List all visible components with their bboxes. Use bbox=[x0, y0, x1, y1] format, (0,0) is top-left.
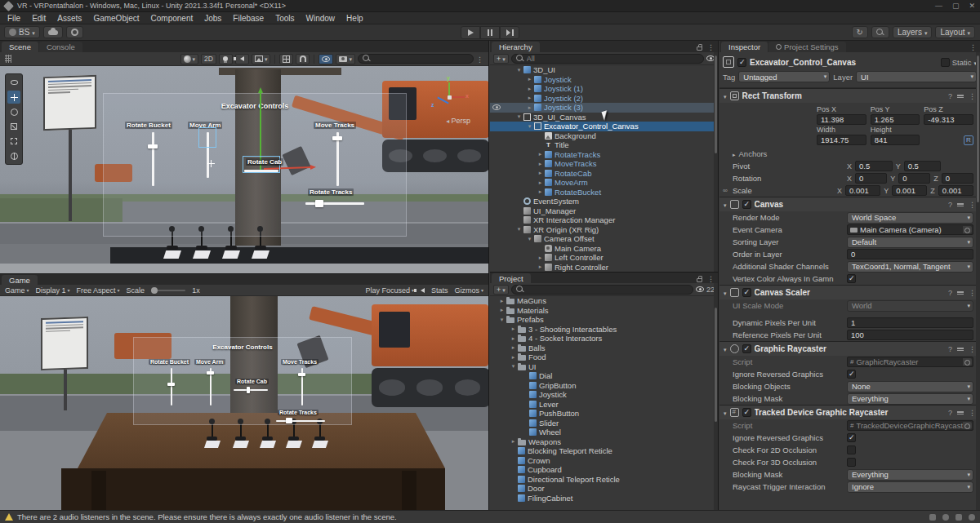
panel-menu-icon[interactable] bbox=[707, 42, 715, 51]
hierarchy-item[interactable]: ▸Joystick bbox=[490, 75, 718, 85]
scale-slider[interactable] bbox=[151, 290, 185, 291]
orientation-gizmo[interactable]: y x z bbox=[431, 79, 467, 115]
expand-arrow-icon[interactable]: ▸ bbox=[510, 438, 517, 445]
preset-icon[interactable] bbox=[957, 290, 964, 296]
perspective-label[interactable]: Persp bbox=[446, 117, 470, 125]
game-viewport[interactable]: Excavator Controls Rotate Bucket Move Ar… bbox=[0, 296, 488, 510]
project-item[interactable]: ▸4 - Socket Interactors bbox=[490, 334, 718, 343]
expand-arrow-icon[interactable]: ▸ bbox=[537, 170, 544, 176]
cloud-button[interactable] bbox=[43, 26, 63, 38]
hidden-packages-icon[interactable] bbox=[696, 286, 704, 292]
render-mode-dropdown[interactable]: World Space bbox=[847, 212, 973, 224]
play-focused-dropdown[interactable]: Play Focused bbox=[365, 286, 414, 295]
effects-dropdown[interactable] bbox=[252, 54, 271, 64]
expand-arrow-icon[interactable]: ▾ bbox=[515, 113, 523, 120]
hierarchy-item[interactable]: EventSystem bbox=[490, 197, 718, 206]
scale-y-field[interactable]: 0.001 bbox=[892, 185, 927, 196]
view-tool[interactable] bbox=[7, 76, 20, 89]
foldout-icon[interactable] bbox=[724, 91, 727, 100]
help-icon[interactable] bbox=[948, 344, 952, 353]
hierarchy-item[interactable]: Main Camera bbox=[490, 244, 718, 254]
expand-arrow-icon[interactable]: ▸ bbox=[510, 335, 517, 342]
tab-scene[interactable]: Scene bbox=[2, 42, 38, 52]
tab-inspector[interactable]: Inspector bbox=[721, 42, 768, 52]
raycast-trigger-dropdown[interactable]: Ignore bbox=[847, 481, 973, 493]
dynamic-ppu-field[interactable]: 1 bbox=[847, 317, 973, 328]
scale-z-field[interactable]: 0.001 bbox=[938, 185, 973, 196]
rect-tool[interactable] bbox=[7, 135, 20, 148]
project-item[interactable]: ▸MaGuns bbox=[490, 296, 718, 306]
mute-audio-icon[interactable] bbox=[421, 288, 425, 293]
scrollbar[interactable] bbox=[976, 52, 980, 510]
context-menu-icon[interactable] bbox=[969, 200, 976, 209]
foldout-icon[interactable] bbox=[724, 408, 727, 417]
undo-history-button[interactable] bbox=[852, 26, 868, 38]
pause-button[interactable] bbox=[480, 26, 500, 39]
project-item[interactable]: Directional Teleport Reticle bbox=[490, 475, 718, 485]
expand-arrow-icon[interactable]: ▸ bbox=[510, 354, 517, 361]
expand-arrow-icon[interactable]: ▸ bbox=[537, 255, 544, 261]
add-button[interactable] bbox=[493, 54, 509, 64]
tab-project[interactable]: Project bbox=[492, 273, 531, 283]
blocking-objects-dropdown[interactable]: None bbox=[847, 381, 973, 392]
enabled-checkbox[interactable] bbox=[742, 200, 751, 209]
close-button[interactable] bbox=[969, 2, 975, 10]
scene-viewport[interactable]: Excavator Controls Rotate Bucket Move Ar… bbox=[0, 66, 488, 273]
context-menu-icon[interactable] bbox=[969, 408, 976, 417]
expand-arrow-icon[interactable]: ▾ bbox=[526, 123, 533, 130]
expand-arrow-icon[interactable]: ▸ bbox=[537, 188, 544, 195]
move-tool[interactable] bbox=[7, 91, 20, 104]
hierarchy-item[interactable]: Title bbox=[490, 140, 718, 150]
audio-toggle[interactable] bbox=[235, 54, 249, 64]
expand-arrow-icon[interactable]: ▸ bbox=[498, 298, 506, 304]
hierarchy-item[interactable]: XR Interaction Manager bbox=[490, 215, 718, 225]
expand-arrow-icon[interactable]: ▸ bbox=[498, 307, 506, 313]
expand-arrow-icon[interactable]: ▾ bbox=[515, 67, 523, 73]
help-icon[interactable] bbox=[948, 288, 952, 297]
project-item[interactable]: ▾UI bbox=[490, 362, 718, 372]
expand-arrow-icon[interactable]: ▸ bbox=[510, 326, 517, 332]
display-dropdown[interactable]: Display 1 bbox=[36, 286, 70, 295]
slider-knob[interactable] bbox=[148, 144, 158, 148]
services-button[interactable] bbox=[66, 26, 83, 38]
lighting-toggle[interactable] bbox=[219, 54, 233, 64]
check-2d-checkbox[interactable] bbox=[847, 445, 856, 454]
lock-icon[interactable] bbox=[697, 47, 702, 51]
grid-snap-button[interactable] bbox=[279, 54, 293, 64]
project-search[interactable] bbox=[511, 285, 693, 295]
slider-knob[interactable] bbox=[332, 136, 342, 140]
hierarchy-item[interactable]: ▸Joystick (1) bbox=[490, 84, 718, 94]
ignore-reversed-checkbox[interactable] bbox=[847, 433, 856, 442]
reference-ppu-field[interactable]: 100 bbox=[847, 330, 973, 340]
scrollbar[interactable] bbox=[714, 52, 718, 272]
slider-knob[interactable] bbox=[167, 383, 175, 386]
project-item[interactable]: ▸Materials bbox=[490, 306, 718, 316]
expand-arrow-icon[interactable]: ▸ bbox=[537, 151, 544, 157]
hierarchy-item[interactable]: ▸RotateTracks bbox=[490, 150, 718, 160]
hierarchy-item-selected[interactable]: ▾Excavator_Control_Canvas bbox=[490, 122, 718, 131]
help-icon[interactable] bbox=[948, 200, 952, 209]
slider-knob[interactable] bbox=[207, 371, 214, 375]
hierarchy-item[interactable]: ▾3D_UI bbox=[490, 65, 718, 75]
expand-arrow-icon[interactable]: ▸ bbox=[537, 264, 544, 270]
search-button[interactable] bbox=[871, 26, 889, 38]
expand-arrow-icon[interactable]: ▾ bbox=[498, 317, 506, 323]
project-item[interactable]: FilingCabinet bbox=[490, 494, 718, 503]
expand-arrow-icon[interactable]: ▸ bbox=[510, 344, 517, 351]
layer-dropdown[interactable]: UI bbox=[856, 71, 977, 82]
status-icon[interactable] bbox=[956, 514, 962, 521]
hierarchy-item[interactable]: ▾XR Origin (XR Rig) bbox=[490, 225, 718, 235]
static-dropdown[interactable]: Static bbox=[941, 58, 977, 67]
expand-arrow-icon[interactable]: ▸ bbox=[526, 95, 533, 101]
tab-console[interactable]: Console bbox=[39, 42, 82, 52]
component-header[interactable]: Rect Transform bbox=[719, 89, 980, 103]
hierarchy-item[interactable]: ▾Camera Offset bbox=[490, 234, 718, 244]
tab-project-settings[interactable]: Project Settings bbox=[768, 42, 846, 52]
scene-menu-icon[interactable] bbox=[476, 55, 483, 64]
2d-toggle[interactable]: 2D bbox=[201, 54, 216, 64]
pos-x-field[interactable]: 11.398 bbox=[817, 114, 866, 125]
rotate-tool[interactable] bbox=[7, 105, 20, 118]
menu-filebase[interactable]: Filebase bbox=[227, 12, 270, 24]
scene-search-input[interactable] bbox=[373, 55, 469, 63]
project-item[interactable]: ▸Balls bbox=[490, 343, 718, 353]
